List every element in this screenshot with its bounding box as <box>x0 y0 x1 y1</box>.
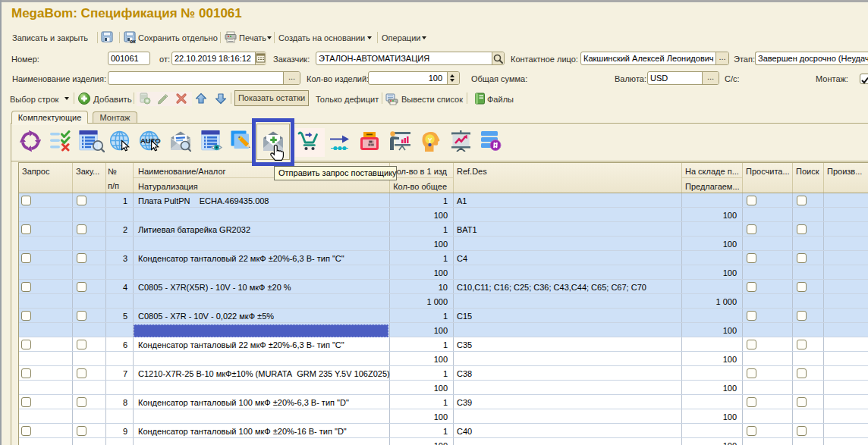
svg-text:ок: ок <box>130 39 136 44</box>
svg-text:AUTO: AUTO <box>140 136 161 145</box>
